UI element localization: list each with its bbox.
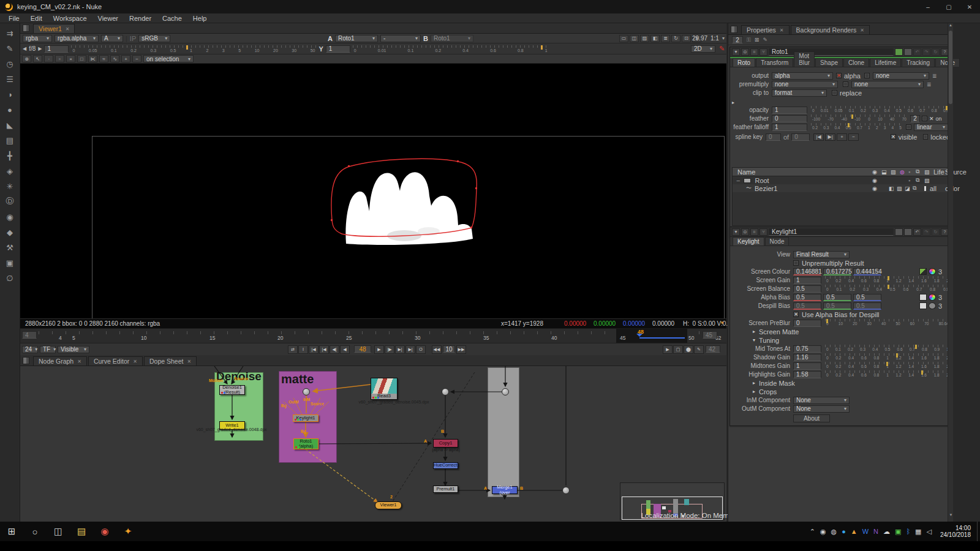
channel-dropdown[interactable]: rgba.alpha [55, 35, 99, 42]
redo-icon[interactable]: ↷ [922, 48, 930, 56]
view-dropdown[interactable]: Final Result [793, 251, 850, 258]
checker-icon[interactable]: ▨ [640, 35, 649, 42]
deep-icon[interactable]: Ⓓ [3, 197, 17, 206]
graph-tab[interactable]: Dope Sheet [144, 356, 197, 365]
highlights-gain-field[interactable]: 1.58 [793, 371, 821, 378]
node-copy1[interactable]: Copy1 [433, 439, 458, 448]
screen-colour-r-field[interactable]: 0.146881 [793, 268, 821, 276]
script-editor-icon[interactable]: ∅ [3, 273, 17, 283]
dim-icon[interactable]: ▪ [908, 178, 910, 184]
redo-icon[interactable]: ↷ [922, 228, 930, 236]
collapse-panel-icon[interactable]: ▼ [732, 48, 740, 56]
visibility-icon[interactable]: ◉ [872, 178, 877, 184]
outm-component-dropdown[interactable]: None [793, 405, 850, 413]
screen-colour-b-field[interactable]: 0.444154 [853, 268, 881, 276]
tf-dropdown[interactable]: TF [40, 346, 56, 353]
node-graph-canvas[interactable]: Denoise matte [20, 366, 726, 522]
view-dropdown[interactable]: A [101, 35, 123, 42]
sync-frame-icon[interactable]: ⇄ [288, 345, 298, 354]
taskbar-clock[interactable]: 14:00 24/10/2018 [937, 525, 977, 539]
node-roto1[interactable]: Roto1 (alpha) [293, 438, 318, 449]
screen-gain-field[interactable]: 1 [793, 277, 821, 284]
shadow-gain-handle[interactable] [896, 353, 898, 358]
prev-keyframe-button[interactable]: |◀ [319, 345, 329, 354]
visible-checkbox[interactable] [891, 134, 896, 140]
close-button[interactable]: ✕ [959, 0, 980, 13]
screen-balance-slider[interactable]: 00.10.20.30.40.50.60.70.80.9 [825, 285, 950, 293]
dot-node[interactable] [442, 388, 449, 395]
mask-checkbox[interactable] [864, 73, 870, 78]
panel-scrollbar[interactable]: ▲ ▼ [948, 23, 953, 522]
opacity-field[interactable]: 1 [772, 107, 807, 114]
refresh-icon[interactable]: ↻ [671, 35, 680, 42]
screen-balance-handle[interactable] [888, 285, 889, 289]
falloff-slider[interactable]: 0.20.30.40.50.712345 [811, 123, 903, 131]
input-b-dropdown[interactable]: Roto1 [431, 35, 473, 42]
layer-dropdown[interactable]: rgba [23, 35, 52, 42]
chrome-button[interactable]: ◉ [93, 522, 116, 541]
half-icon[interactable]: ◪ [905, 186, 910, 192]
matte-column-icon[interactable]: ▨ [891, 169, 896, 175]
tray-skype-icon[interactable]: ● [842, 528, 846, 535]
alpha-bias-r-field[interactable]: 0.5 [793, 294, 821, 301]
midtones-at-handle[interactable] [915, 345, 917, 349]
input-a-dropdown[interactable]: Roto1 [335, 35, 378, 42]
gamma-field[interactable]: 1 [326, 45, 350, 53]
tray-volume-icon[interactable]: ◁ [926, 528, 931, 536]
roto-settings-icon[interactable]: ⊕ [22, 55, 31, 62]
tray-people-icon[interactable]: ◉ [820, 528, 826, 536]
graph-tab[interactable]: Node Graph [33, 356, 87, 365]
start-button[interactable]: ⊞ [0, 522, 23, 541]
tab-viewer1[interactable]: Viewer1 [33, 24, 75, 33]
collapse-panel-icon[interactable]: ▼ [732, 228, 740, 236]
channel-menu-icon[interactable]: ≣ [927, 81, 932, 88]
close-all-panels-icon[interactable]: ⊠ [755, 37, 760, 43]
edit-panels-icon[interactable]: ✎ [763, 37, 767, 43]
search-button[interactable]: ○ [23, 522, 47, 541]
tab-transform[interactable]: Transform [756, 58, 793, 67]
gain-slider[interactable]: 00.050.10.20.30.5123510203050 [71, 45, 316, 53]
flipbook-icon[interactable]: ▶ [663, 345, 673, 354]
tab-keylight[interactable]: Keylight [733, 237, 764, 246]
smooth-points-icon[interactable]: × [66, 55, 75, 62]
goto-start-button[interactable]: |◀ [309, 345, 318, 354]
inm-component-dropdown[interactable]: None [793, 397, 850, 404]
playback-rate-dropdown[interactable]: 24 [22, 346, 38, 353]
show-desktop-button[interactable] [977, 522, 980, 541]
dim-column-icon[interactable]: ▪ [908, 169, 910, 175]
opacity-slider[interactable]: 00.010.050.10.20.30.40.50.60.70.80.9 [811, 106, 950, 114]
remove-points-icon[interactable]: ⋉ [88, 55, 97, 62]
node-color-swatch[interactable] [895, 228, 903, 236]
properties-tab[interactable]: Properties [741, 25, 790, 34]
gain-field[interactable]: 1 [44, 45, 69, 53]
group-collapse-icon[interactable]: ▸ [732, 100, 738, 105]
menu-item[interactable]: Render [124, 14, 156, 23]
roi-icon[interactable]: ⊡ [682, 35, 691, 42]
highlights-gain-slider[interactable]: 00.20.40.60.811.21.41.61.82 [825, 370, 950, 378]
close-tab-icon[interactable] [66, 26, 70, 32]
menu-item[interactable]: Workspace [48, 14, 92, 23]
expression-link-icon[interactable]: ≈ [99, 55, 108, 62]
merge-icon[interactable]: ▤ [3, 135, 17, 145]
read-image-icon[interactable]: ⇉ [3, 28, 17, 38]
stack-icon[interactable]: ⧉ [916, 177, 919, 184]
lut-dropdown[interactable]: sRGB [138, 35, 170, 42]
properties-tab[interactable]: Background Renders [791, 25, 870, 34]
feather-spin-field[interactable]: 2 [910, 115, 920, 122]
tab-motion-blur[interactable]: Mot Blur [794, 51, 815, 67]
close-tab-icon[interactable] [860, 28, 864, 33]
preblur-slider[interactable]: 01020304050607080.64 [825, 319, 950, 327]
node-keylight1[interactable]: Keylight1 [293, 414, 318, 422]
draw-icon[interactable]: ✎ [3, 43, 17, 53]
overlay-icon[interactable]: ◧ [650, 35, 660, 42]
screen-balance-field[interactable]: 0.5 [793, 285, 821, 293]
wipe-mode-dropdown[interactable]: - [380, 35, 421, 42]
shadow-gain-field[interactable]: 1.16 [793, 354, 821, 361]
preblur-handle[interactable] [826, 319, 828, 323]
tray-nvidia-icon[interactable]: ▣ [895, 528, 901, 536]
visibility-column-icon[interactable]: ◉ [872, 169, 877, 175]
tray-box-icon[interactable]: ▦ [915, 528, 921, 536]
graph-tab[interactable]: Curve Editor [88, 356, 143, 365]
gl-color-swatch[interactable] [904, 228, 912, 236]
tab-shape[interactable]: Shape [815, 58, 843, 67]
